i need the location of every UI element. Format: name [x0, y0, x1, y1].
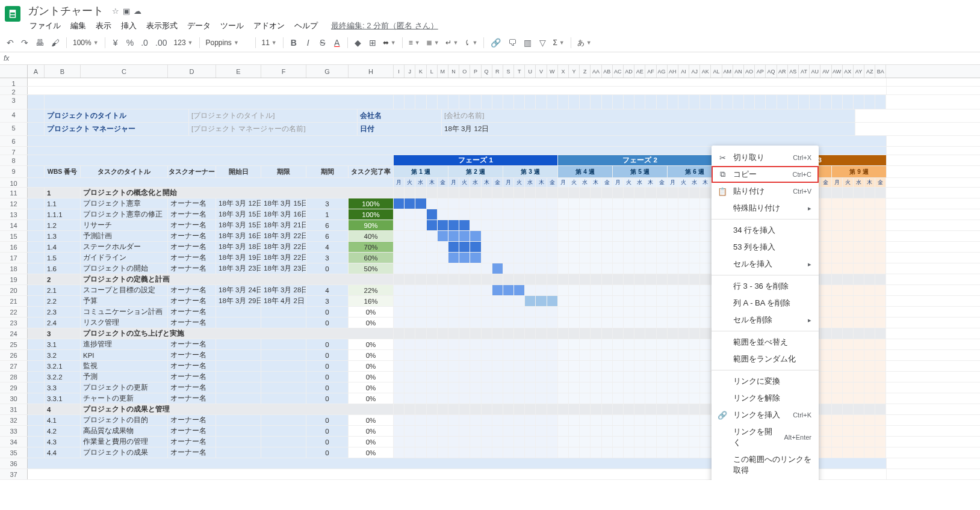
cell[interactable]: オーナー名	[168, 361, 216, 371]
cell[interactable]	[448, 307, 459, 317]
cell[interactable]	[514, 253, 525, 263]
cell[interactable]	[28, 296, 45, 306]
cell[interactable]	[634, 426, 645, 436]
cell[interactable]	[492, 198, 503, 209]
cell[interactable]	[864, 307, 875, 317]
cell[interactable]	[624, 198, 634, 209]
cell[interactable]	[591, 274, 601, 284]
cell[interactable]	[448, 328, 459, 339]
cell[interactable]	[28, 372, 45, 382]
cell[interactable]	[591, 372, 601, 382]
cell[interactable]	[525, 393, 536, 404]
cell[interactable]: 4	[306, 285, 349, 295]
cell[interactable]	[777, 95, 788, 109]
cell[interactable]	[668, 318, 678, 328]
cell[interactable]	[405, 198, 415, 209]
cell[interactable]	[482, 263, 492, 274]
cell[interactable]	[700, 307, 711, 317]
cell[interactable]	[602, 220, 613, 230]
cell[interactable]: 18年 3月 22日	[261, 231, 306, 241]
cell[interactable]	[525, 242, 536, 252]
cell[interactable]	[470, 339, 481, 349]
row-header[interactable]: 4	[0, 109, 28, 122]
cell[interactable]: 3.1	[45, 339, 81, 349]
cell[interactable]: コミュニケーション計画	[81, 307, 168, 317]
cell[interactable]	[875, 393, 886, 404]
input-method-button[interactable]: あ▼	[575, 37, 594, 49]
cell[interactable]: 3	[45, 328, 81, 339]
cell[interactable]	[854, 209, 864, 220]
zoom-select[interactable]: 100%▼	[70, 37, 101, 48]
cell[interactable]	[482, 242, 492, 252]
cell[interactable]	[580, 209, 591, 220]
cell[interactable]	[470, 426, 481, 436]
cell[interactable]: 18年 3月 12日	[442, 123, 855, 135]
cell[interactable]	[547, 198, 558, 209]
cell[interactable]	[536, 209, 547, 220]
cell[interactable]	[525, 426, 536, 436]
cell[interactable]	[536, 415, 547, 425]
cell[interactable]	[216, 415, 261, 425]
cell[interactable]	[580, 361, 591, 371]
column-header[interactable]: AR	[777, 65, 788, 78]
cell[interactable]	[448, 437, 459, 447]
cell[interactable]	[394, 263, 405, 274]
cell[interactable]	[28, 274, 45, 284]
cell[interactable]	[591, 404, 601, 414]
cell[interactable]	[28, 198, 45, 209]
cell[interactable]	[700, 242, 711, 252]
cell[interactable]	[820, 95, 831, 109]
row-header[interactable]: 8	[0, 155, 28, 165]
cell[interactable]	[482, 220, 492, 230]
cell[interactable]	[832, 382, 843, 393]
cell[interactable]	[525, 350, 536, 360]
cell[interactable]	[700, 274, 711, 284]
cell[interactable]	[854, 95, 864, 109]
cell[interactable]	[547, 415, 558, 425]
cell[interactable]: 月	[558, 178, 569, 187]
cell[interactable]	[492, 263, 503, 274]
cell[interactable]: 40%	[349, 231, 394, 241]
cell[interactable]	[678, 404, 689, 414]
cell[interactable]	[448, 198, 459, 209]
cell[interactable]	[427, 339, 438, 349]
column-header[interactable]: AK	[700, 65, 711, 78]
cell[interactable]	[634, 415, 645, 425]
cell[interactable]	[261, 307, 306, 317]
cell[interactable]	[405, 372, 415, 382]
row-header[interactable]: 12	[0, 198, 28, 209]
cell[interactable]	[536, 361, 547, 371]
cell[interactable]	[28, 361, 45, 371]
cell[interactable]	[602, 372, 613, 382]
cell[interactable]	[536, 426, 547, 436]
cell[interactable]	[854, 382, 864, 393]
cell[interactable]	[832, 372, 843, 382]
cell[interactable]	[634, 307, 645, 317]
cell[interactable]	[415, 285, 426, 295]
cell[interactable]	[875, 307, 886, 317]
cell[interactable]	[482, 437, 492, 447]
cell[interactable]	[624, 220, 634, 230]
cell[interactable]	[657, 198, 668, 209]
cell[interactable]	[843, 188, 854, 198]
cell[interactable]	[820, 231, 831, 241]
column-header[interactable]: I	[394, 65, 405, 78]
cell[interactable]	[832, 307, 843, 317]
cell[interactable]: プロジェクト憲章の修正	[81, 209, 168, 220]
cell[interactable]	[503, 296, 514, 306]
cell[interactable]	[503, 253, 514, 263]
cell[interactable]	[700, 285, 711, 295]
cell[interactable]	[854, 437, 864, 447]
cell[interactable]	[591, 318, 601, 328]
cell[interactable]	[438, 393, 448, 404]
cell[interactable]: 日付	[358, 123, 442, 135]
cell[interactable]	[514, 393, 525, 404]
row-header[interactable]: 36	[0, 458, 28, 469]
cell[interactable]	[459, 242, 470, 252]
row-header[interactable]: 35	[0, 447, 28, 458]
cell[interactable]	[624, 415, 634, 425]
cell[interactable]	[645, 296, 656, 306]
cell[interactable]	[854, 198, 864, 209]
row-header[interactable]: 18	[0, 263, 28, 274]
cell[interactable]	[492, 372, 503, 382]
